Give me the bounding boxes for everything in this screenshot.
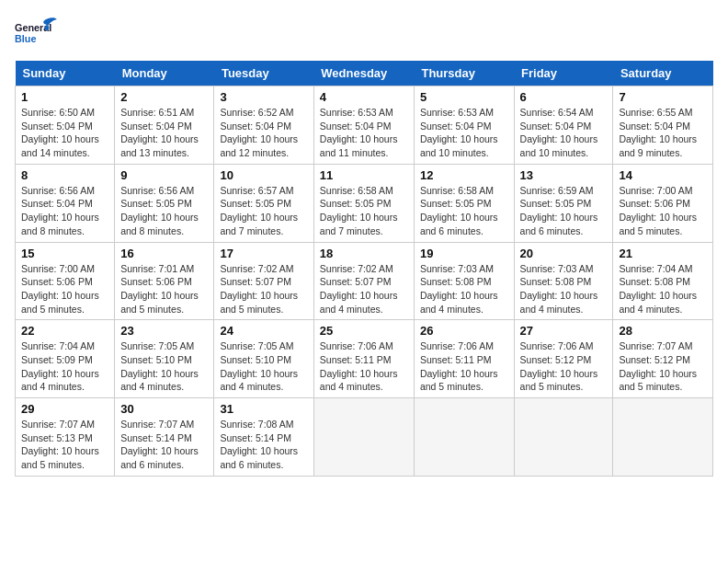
calendar-day-cell: 2Sunrise: 6:51 AM Sunset: 5:04 PM Daylig…	[115, 86, 214, 165]
day-number: 1	[21, 90, 108, 104]
day-number: 8	[21, 168, 108, 182]
day-number: 20	[520, 247, 608, 260]
calendar-day-cell: 29Sunrise: 7:07 AM Sunset: 5:13 PM Dayli…	[16, 398, 115, 477]
day-number: 3	[220, 90, 307, 104]
day-number: 10	[220, 168, 307, 182]
calendar-day-cell: 8Sunrise: 6:56 AM Sunset: 5:04 PM Daylig…	[16, 164, 115, 242]
day-number: 2	[120, 90, 208, 104]
calendar-day-header: Sunday	[16, 61, 115, 86]
calendar-day-cell: 20Sunrise: 7:03 AM Sunset: 5:08 PM Dayli…	[514, 242, 613, 320]
day-number: 11	[320, 168, 408, 182]
calendar: SundayMondayTuesdayWednesdayThursdayFrid…	[15, 61, 713, 477]
day-number: 27	[520, 324, 608, 338]
calendar-week-row: 22Sunrise: 7:04 AM Sunset: 5:09 PM Dayli…	[16, 320, 713, 398]
day-info: Sunrise: 7:07 AM Sunset: 5:13 PM Dayligh…	[21, 418, 108, 472]
calendar-header-row: SundayMondayTuesdayWednesdayThursdayFrid…	[16, 61, 713, 86]
calendar-day-header: Tuesday	[214, 61, 313, 86]
calendar-day-cell: 10Sunrise: 6:57 AM Sunset: 5:05 PM Dayli…	[214, 164, 313, 242]
day-info: Sunrise: 7:05 AM Sunset: 5:10 PM Dayligh…	[120, 339, 208, 394]
header: General Blue	[15, 15, 713, 52]
day-number: 12	[420, 168, 508, 182]
day-number: 22	[21, 324, 108, 338]
day-info: Sunrise: 6:54 AM Sunset: 5:04 PM Dayligh…	[520, 106, 608, 160]
day-info: Sunrise: 7:06 AM Sunset: 5:12 PM Dayligh…	[520, 339, 608, 394]
calendar-day-cell: 4Sunrise: 6:53 AM Sunset: 5:04 PM Daylig…	[313, 86, 414, 165]
day-number: 23	[120, 324, 208, 338]
day-info: Sunrise: 6:58 AM Sunset: 5:05 PM Dayligh…	[320, 184, 408, 238]
calendar-day-cell: 21Sunrise: 7:04 AM Sunset: 5:08 PM Dayli…	[613, 242, 713, 320]
calendar-day-cell: 26Sunrise: 7:06 AM Sunset: 5:11 PM Dayli…	[414, 320, 514, 398]
day-info: Sunrise: 7:00 AM Sunset: 5:06 PM Dayligh…	[619, 184, 707, 238]
day-number: 18	[320, 247, 408, 260]
calendar-day-header: Thursday	[414, 61, 514, 86]
day-info: Sunrise: 7:00 AM Sunset: 5:06 PM Dayligh…	[21, 262, 108, 316]
calendar-day-cell: 12Sunrise: 6:58 AM Sunset: 5:05 PM Dayli…	[414, 164, 514, 242]
calendar-day-cell: 24Sunrise: 7:05 AM Sunset: 5:10 PM Dayli…	[214, 320, 313, 398]
calendar-week-row: 29Sunrise: 7:07 AM Sunset: 5:13 PM Dayli…	[16, 398, 713, 477]
calendar-day-cell: 27Sunrise: 7:06 AM Sunset: 5:12 PM Dayli…	[514, 320, 613, 398]
calendar-body: 1Sunrise: 6:50 AM Sunset: 5:04 PM Daylig…	[16, 86, 713, 477]
day-number: 31	[220, 402, 307, 416]
day-number: 19	[420, 247, 508, 260]
calendar-day-cell: 15Sunrise: 7:00 AM Sunset: 5:06 PM Dayli…	[16, 242, 115, 320]
calendar-day-cell	[514, 398, 613, 477]
day-number: 24	[220, 324, 307, 338]
calendar-day-cell	[414, 398, 514, 477]
calendar-week-row: 1Sunrise: 6:50 AM Sunset: 5:04 PM Daylig…	[16, 86, 713, 165]
day-info: Sunrise: 7:01 AM Sunset: 5:06 PM Dayligh…	[120, 262, 208, 316]
day-number: 5	[420, 90, 508, 104]
day-number: 6	[520, 90, 608, 104]
calendar-day-cell: 6Sunrise: 6:54 AM Sunset: 5:04 PM Daylig…	[514, 86, 613, 165]
svg-text:Blue: Blue	[15, 33, 36, 44]
day-number: 7	[619, 90, 707, 104]
calendar-day-cell: 14Sunrise: 7:00 AM Sunset: 5:06 PM Dayli…	[613, 164, 713, 242]
calendar-day-cell: 31Sunrise: 7:08 AM Sunset: 5:14 PM Dayli…	[214, 398, 313, 477]
calendar-day-cell: 16Sunrise: 7:01 AM Sunset: 5:06 PM Dayli…	[115, 242, 214, 320]
day-info: Sunrise: 6:56 AM Sunset: 5:04 PM Dayligh…	[21, 184, 108, 238]
day-info: Sunrise: 6:51 AM Sunset: 5:04 PM Dayligh…	[120, 106, 208, 160]
calendar-day-cell: 3Sunrise: 6:52 AM Sunset: 5:04 PM Daylig…	[214, 86, 313, 165]
calendar-day-cell: 23Sunrise: 7:05 AM Sunset: 5:10 PM Dayli…	[115, 320, 214, 398]
calendar-day-cell: 1Sunrise: 6:50 AM Sunset: 5:04 PM Daylig…	[16, 86, 115, 165]
calendar-day-header: Wednesday	[313, 61, 414, 86]
day-number: 9	[120, 168, 208, 182]
calendar-day-cell: 22Sunrise: 7:04 AM Sunset: 5:09 PM Dayli…	[16, 320, 115, 398]
day-number: 26	[420, 324, 508, 338]
day-info: Sunrise: 6:53 AM Sunset: 5:04 PM Dayligh…	[420, 106, 508, 160]
calendar-day-cell: 28Sunrise: 7:07 AM Sunset: 5:12 PM Dayli…	[613, 320, 713, 398]
day-info: Sunrise: 7:04 AM Sunset: 5:08 PM Dayligh…	[619, 262, 707, 316]
calendar-day-cell: 7Sunrise: 6:55 AM Sunset: 5:04 PM Daylig…	[613, 86, 713, 165]
day-info: Sunrise: 7:03 AM Sunset: 5:08 PM Dayligh…	[420, 262, 508, 316]
day-info: Sunrise: 6:50 AM Sunset: 5:04 PM Dayligh…	[21, 106, 108, 160]
day-number: 16	[120, 247, 208, 260]
calendar-day-cell: 25Sunrise: 7:06 AM Sunset: 5:11 PM Dayli…	[313, 320, 414, 398]
day-number: 25	[320, 324, 408, 338]
day-info: Sunrise: 6:52 AM Sunset: 5:04 PM Dayligh…	[220, 106, 307, 160]
day-info: Sunrise: 6:57 AM Sunset: 5:05 PM Dayligh…	[220, 184, 307, 238]
day-info: Sunrise: 7:04 AM Sunset: 5:09 PM Dayligh…	[21, 339, 108, 394]
calendar-day-header: Friday	[514, 61, 613, 86]
calendar-day-cell: 18Sunrise: 7:02 AM Sunset: 5:07 PM Dayli…	[313, 242, 414, 320]
day-number: 29	[21, 402, 108, 416]
calendar-day-cell: 9Sunrise: 6:56 AM Sunset: 5:05 PM Daylig…	[115, 164, 214, 242]
day-info: Sunrise: 7:05 AM Sunset: 5:10 PM Dayligh…	[220, 339, 307, 394]
calendar-week-row: 8Sunrise: 6:56 AM Sunset: 5:04 PM Daylig…	[16, 164, 713, 242]
logo-icon: General Blue	[15, 15, 61, 52]
day-info: Sunrise: 7:03 AM Sunset: 5:08 PM Dayligh…	[520, 262, 608, 316]
day-info: Sunrise: 7:06 AM Sunset: 5:11 PM Dayligh…	[320, 339, 408, 394]
day-info: Sunrise: 6:58 AM Sunset: 5:05 PM Dayligh…	[420, 184, 508, 238]
calendar-day-header: Saturday	[613, 61, 713, 86]
day-number: 4	[320, 90, 408, 104]
calendar-week-row: 15Sunrise: 7:00 AM Sunset: 5:06 PM Dayli…	[16, 242, 713, 320]
day-number: 17	[220, 247, 307, 260]
logo: General Blue	[15, 15, 61, 52]
day-number: 14	[619, 168, 707, 182]
day-info: Sunrise: 7:02 AM Sunset: 5:07 PM Dayligh…	[220, 262, 307, 316]
day-info: Sunrise: 6:53 AM Sunset: 5:04 PM Dayligh…	[320, 106, 408, 160]
calendar-day-cell: 17Sunrise: 7:02 AM Sunset: 5:07 PM Dayli…	[214, 242, 313, 320]
day-info: Sunrise: 7:06 AM Sunset: 5:11 PM Dayligh…	[420, 339, 508, 394]
day-number: 13	[520, 168, 608, 182]
calendar-day-cell: 19Sunrise: 7:03 AM Sunset: 5:08 PM Dayli…	[414, 242, 514, 320]
calendar-day-cell: 11Sunrise: 6:58 AM Sunset: 5:05 PM Dayli…	[313, 164, 414, 242]
calendar-day-cell: 13Sunrise: 6:59 AM Sunset: 5:05 PM Dayli…	[514, 164, 613, 242]
